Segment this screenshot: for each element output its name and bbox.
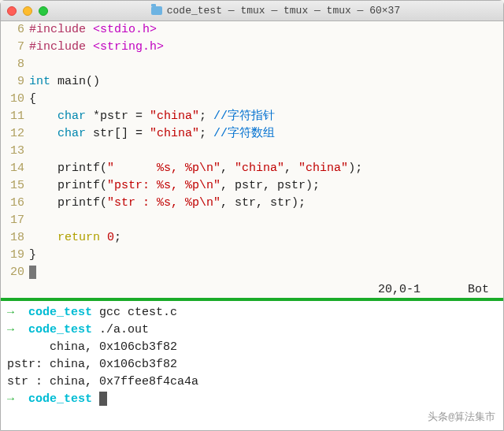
close-icon[interactable] (7, 6, 17, 16)
terminal-cursor (99, 392, 107, 406)
code-line: 6#include <stdio.h> (1, 21, 503, 39)
code-line: 7#include <string.h> (1, 39, 503, 56)
code-line: 19} (1, 247, 503, 264)
code-line: 14 printf(" %s, %p\n", "china", "china")… (1, 160, 503, 177)
traffic-lights (7, 6, 48, 16)
terminal-line: → code_test ./a.out (7, 321, 497, 339)
code-editor[interactable]: 6#include <stdio.h> 7#include <string.h>… (1, 21, 503, 281)
folder-icon (151, 6, 162, 15)
terminal-output: china, 0x106cb3f82 (7, 339, 497, 356)
terminal-line: → code_test gcc ctest.c (7, 304, 497, 321)
terminal-output: str : china, 0x7ffee8f4ca4a (7, 373, 497, 391)
window-title: code_test — tmux — tmux — tmux — 60×37 (167, 5, 400, 17)
code-line: 16 printf("str : %s, %p\n", str, str); (1, 195, 503, 212)
editor-cursor (29, 266, 36, 279)
terminal-window: code_test — tmux — tmux — tmux — 60×37 6… (0, 0, 504, 431)
code-line: 8 (1, 56, 503, 73)
code-line: 13 (1, 143, 503, 160)
code-line: 17 (1, 212, 503, 229)
code-line: 9int main() (1, 73, 503, 91)
title-center: code_test — tmux — tmux — tmux — 60×37 (54, 5, 497, 17)
scroll-position: Bot (468, 283, 489, 296)
minimize-icon[interactable] (23, 6, 32, 16)
code-line: 10{ (1, 91, 503, 108)
code-line: 15 printf("pstr: %s, %p\n", pstr, pstr); (1, 177, 503, 195)
terminal-output: pstr: china, 0x106cb3f82 (7, 356, 497, 373)
code-line: 18 return 0; (1, 229, 503, 247)
maximize-icon[interactable] (39, 6, 48, 16)
vim-statusbar: 20,0-1 Bot (1, 281, 503, 298)
code-line: 11 char *pstr = "china"; //字符指针 (1, 108, 503, 125)
cursor-position: 20,0-1 (378, 283, 421, 296)
titlebar: code_test — tmux — tmux — tmux — 60×37 (1, 1, 503, 21)
terminal-line: → code_test (7, 391, 497, 408)
code-line: 12 char str[] = "china"; //字符数组 (1, 125, 503, 143)
watermark: 头条@算法集市 (428, 410, 495, 424)
code-line: 20 (1, 264, 503, 281)
